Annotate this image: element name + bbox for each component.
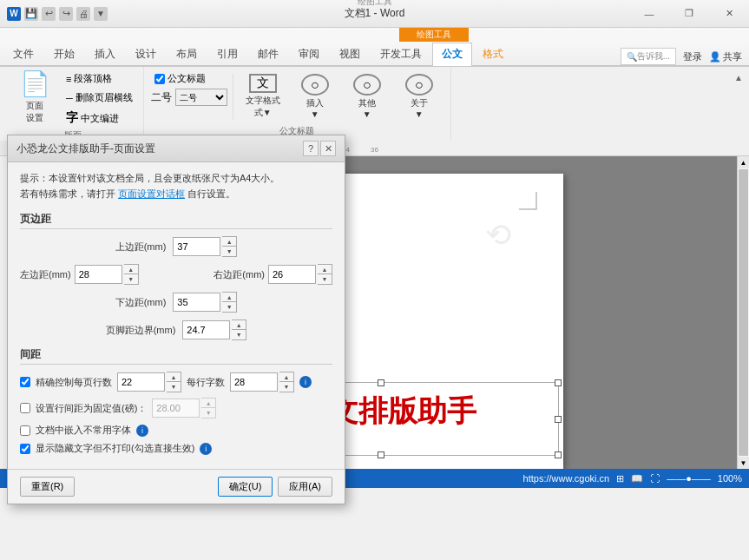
tab-mail[interactable]: 邮件 — [248, 43, 288, 65]
lines-per-page-field[interactable] — [122, 377, 152, 387]
bottom-margin-field[interactable] — [177, 297, 207, 307]
spacing-section-title: 间距 — [20, 347, 332, 365]
ok-button[interactable]: 确定(U) — [218, 477, 273, 497]
tab-home[interactable]: 开始 — [44, 43, 84, 65]
top-margin-up[interactable]: ▲ — [222, 237, 236, 247]
fixed-up[interactable]: ▲ — [201, 399, 215, 408]
svg-text:36: 36 — [371, 146, 378, 154]
other-button[interactable]: ○ 其他▼ — [343, 70, 391, 122]
embed-fonts-label: 文档中嵌入不常用字体 — [36, 424, 131, 437]
del-header-line-button[interactable]: ─ 删除页眉横线 — [62, 89, 136, 106]
right-margin-label: 右边距(mm) — [214, 268, 265, 281]
tab-developer[interactable]: 开发工具 — [371, 43, 431, 65]
lines-per-page-check[interactable] — [20, 377, 30, 387]
bottom-margin-down[interactable]: ▼ — [222, 302, 236, 312]
embed-fonts-check[interactable] — [20, 425, 30, 436]
tab-layout[interactable]: 布局 — [167, 43, 207, 65]
ribbon-collapse-button[interactable]: ▲ — [732, 70, 746, 84]
restore-button[interactable]: ❐ — [669, 0, 709, 28]
left-margin-input[interactable] — [75, 265, 122, 284]
scroll-thumb[interactable] — [739, 169, 748, 456]
right-margin-input[interactable] — [268, 265, 316, 284]
dialog-close-button[interactable]: ✕ — [320, 141, 336, 156]
fullscreen-icon[interactable]: ⛶ — [650, 473, 660, 484]
chinese-indent-label: 中文编进 — [81, 112, 119, 125]
tab-gongwen[interactable]: 公文 — [432, 43, 472, 66]
tab-design[interactable]: 设计 — [126, 43, 166, 65]
close-button[interactable]: ✕ — [709, 0, 749, 28]
undo-icon[interactable]: ↩ — [42, 7, 56, 21]
chars-per-line-field[interactable] — [234, 377, 265, 387]
top-margin-input[interactable] — [173, 237, 220, 256]
save-icon[interactable]: 💾 — [24, 7, 38, 21]
login-button[interactable]: 登录 — [683, 50, 702, 63]
read-icon[interactable]: 📖 — [631, 473, 643, 484]
right-margin-down[interactable]: ▼ — [318, 274, 332, 284]
apply-button[interactable]: 应用(A) — [278, 477, 332, 497]
fixed-down[interactable]: ▼ — [201, 408, 215, 418]
gongwen-title-check[interactable] — [154, 74, 165, 84]
footer-margin-up[interactable]: ▲ — [232, 320, 246, 330]
tab-file[interactable]: 文件 — [3, 43, 43, 65]
chars-spinner: ▲ ▼ — [279, 372, 294, 392]
bottom-margin-label: 下边距(mm) — [115, 296, 167, 309]
bottom-margin-input[interactable] — [173, 293, 220, 312]
scroll-up-button[interactable]: ▲ — [738, 156, 749, 168]
left-margin-field[interactable] — [79, 269, 109, 280]
embed-fonts-info-icon[interactable]: i — [136, 425, 148, 437]
word-icon: W — [7, 7, 21, 21]
tab-references[interactable]: 引用 — [207, 43, 247, 65]
show-hidden-info-icon[interactable]: i — [200, 443, 212, 455]
lines-down[interactable]: ▼ — [167, 382, 181, 392]
para-top-button[interactable]: ≡ 段落顶格 — [62, 70, 136, 87]
left-margin-down[interactable]: ▼ — [124, 274, 138, 284]
lines-up[interactable]: ▲ — [167, 372, 181, 382]
about-button[interactable]: ○ 关于▼ — [395, 70, 443, 122]
top-margin-down[interactable]: ▼ — [222, 247, 236, 256]
customize-icon[interactable]: ▼ — [94, 7, 108, 21]
footer-margin-input[interactable] — [182, 320, 230, 339]
text-format-button[interactable]: 文 文字格式式▼ — [239, 70, 287, 122]
page-setup-button[interactable]: 📄 页面设置 — [10, 70, 59, 122]
lines-info-icon[interactable]: i — [299, 376, 312, 388]
zoom-slider[interactable]: ——●—— — [667, 473, 711, 484]
chars-down[interactable]: ▼ — [279, 382, 293, 392]
footer-margin-field[interactable] — [187, 325, 217, 335]
top-margin-field[interactable] — [177, 241, 207, 252]
scroll-down-button[interactable]: ▼ — [738, 457, 749, 469]
fixed-spacing-check[interactable] — [20, 403, 30, 413]
tab-insert[interactable]: 插入 — [85, 43, 125, 65]
insert-button[interactable]: ○ 插入▼ — [291, 70, 339, 122]
tab-format[interactable]: 格式 — [473, 43, 513, 65]
chars-up[interactable]: ▲ — [279, 372, 293, 382]
footer-margin-down[interactable]: ▼ — [232, 330, 246, 339]
show-hidden-check[interactable] — [20, 444, 30, 454]
lines-per-page-input[interactable] — [117, 372, 165, 392]
website-url: https://www.cgoki.cn — [523, 473, 610, 484]
page-setup-dialog: 小恐龙公文排版助手-页面设置 ? ✕ 提示：本设置针对该文档全局，且会更改纸张尺… — [7, 135, 345, 504]
left-margin-up[interactable]: ▲ — [124, 265, 138, 274]
print-icon[interactable]: 🖨 — [76, 7, 90, 21]
font-size-select[interactable]: 二号三号 — [175, 89, 227, 106]
redo-icon[interactable]: ↪ — [59, 7, 73, 21]
layout-icon[interactable]: ⊞ — [616, 473, 624, 484]
reset-button[interactable]: 重置(R) — [20, 477, 75, 497]
vertical-scrollbar[interactable]: ▲ ▼ — [737, 156, 749, 469]
fixed-spacing-field[interactable] — [156, 403, 187, 413]
minimize-button[interactable]: — — [629, 0, 669, 28]
right-margin-field[interactable] — [273, 269, 303, 280]
insert-icon: ○ — [301, 74, 329, 96]
gongwen-title-button[interactable]: 公文标题 — [151, 70, 227, 87]
tab-review[interactable]: 审阅 — [289, 43, 329, 65]
share-button[interactable]: 👤共享 — [709, 50, 742, 63]
tab-view[interactable]: 视图 — [330, 43, 370, 65]
lines-per-page-row: 精确控制每页行数 ▲ ▼ 每行字数 ▲ — [20, 372, 332, 392]
right-margin-up[interactable]: ▲ — [318, 265, 332, 274]
chars-per-line-input[interactable] — [230, 372, 278, 392]
fixed-spacing-input[interactable] — [152, 399, 200, 418]
dialog-help-button[interactable]: ? — [303, 141, 319, 156]
page-setup-link[interactable]: 页面设置对话框 — [118, 188, 185, 199]
search-box[interactable]: 🔍 告诉我... — [621, 48, 676, 65]
chinese-indent-button[interactable]: 字 中文编进 — [62, 109, 136, 128]
bottom-margin-up[interactable]: ▲ — [222, 293, 236, 302]
